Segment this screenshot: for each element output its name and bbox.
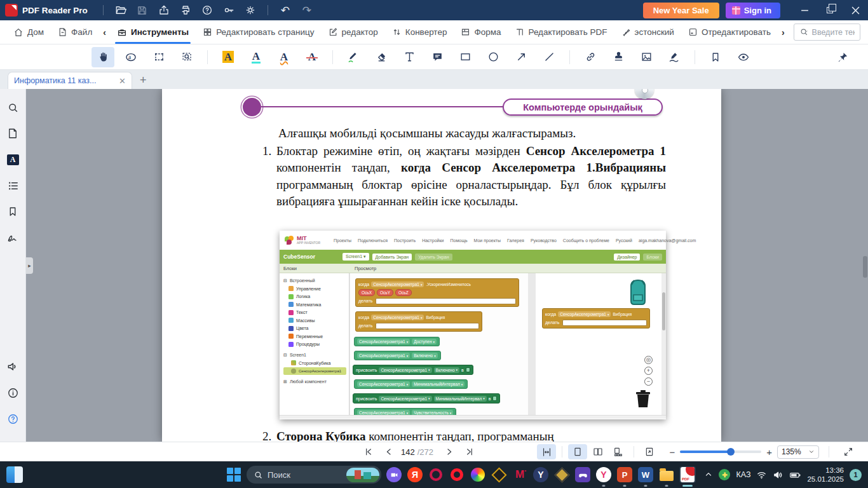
sidebar-read-aloud-button[interactable] — [3, 357, 22, 376]
open-file-button[interactable] — [110, 2, 132, 18]
comment-note-tool-button[interactable] — [426, 47, 449, 67]
block-when-vibration[interactable]: когдаСенсорАкселерометра1▾Вибрация делат… — [355, 311, 482, 332]
zoom-level-dropdown[interactable]: 135% — [777, 445, 819, 459]
zoom-out-button[interactable]: − — [669, 447, 675, 457]
tree-cat-lists[interactable]: Массивы — [283, 316, 349, 325]
current-page-number[interactable]: 142 — [400, 447, 416, 457]
restore-button[interactable] — [817, 0, 843, 20]
nav-editor[interactable]: редактор — [323, 20, 384, 44]
taskbar-search[interactable]: Поиск — [247, 466, 381, 484]
ai-menu-item[interactable]: Проекты — [334, 238, 351, 243]
nav-scroll-left-chevron[interactable]: ‹ — [100, 27, 109, 37]
nav-home[interactable]: Дом — [8, 20, 50, 44]
single-page-view-button[interactable] — [568, 444, 587, 459]
ai-menu-item[interactable]: Мои проекты — [474, 238, 501, 243]
search-input[interactable] — [812, 28, 855, 37]
block-get-sensitivity[interactable]: СенсорАкселерометра1▾Чувствительность▾ — [354, 408, 456, 415]
tree-screen1[interactable]: ⊟Screen1 — [283, 351, 349, 359]
ai-menu-item[interactable]: Построить — [394, 238, 416, 243]
tree-any-component[interactable]: ⊞Любой компонент — [283, 377, 349, 386]
previous-page-button[interactable] — [379, 444, 398, 459]
screen-selector-button[interactable]: Screen1 ▾ — [342, 253, 369, 261]
hidden-icons-chevron[interactable] — [704, 470, 713, 479]
tree-builtin[interactable]: ⊟Встроенный — [283, 276, 349, 285]
block-get-enabled[interactable]: СенсорАкселерометра1▾Включено▾ — [354, 351, 441, 360]
tree-comp-accelerometer[interactable]: СенсорАкселерометра1 — [283, 367, 346, 376]
block-get-min-interval[interactable]: СенсорАкселерометра1▾МинимальныйИнтервал… — [354, 379, 468, 389]
close-button[interactable] — [843, 0, 868, 20]
zoom-in-button[interactable]: + — [644, 367, 653, 375]
help-button[interactable] — [196, 2, 218, 18]
ellipse-tool-button[interactable] — [482, 47, 505, 67]
wifi-icon[interactable] — [756, 470, 767, 480]
document-viewport[interactable]: ▸ Компьютерде орындайық Алғашқы мобильді… — [26, 89, 868, 442]
first-page-button[interactable] — [359, 444, 378, 459]
sign-in-button[interactable]: Sign in — [726, 3, 780, 18]
eraser-tool-button[interactable] — [370, 47, 393, 67]
tab-close-icon[interactable]: ✕ — [119, 76, 126, 86]
password-key-button[interactable] — [218, 2, 240, 18]
blocks-view-button[interactable]: Блоки — [643, 254, 662, 261]
undo-button[interactable]: ↶ — [275, 2, 296, 18]
tree-cat-math[interactable]: Математика — [283, 301, 349, 309]
ai-menu-item[interactable]: Помощь — [451, 238, 468, 243]
view-eye-tool-button[interactable] — [732, 47, 755, 67]
opera-gx-app-icon[interactable] — [428, 466, 444, 483]
hand-tool-button[interactable] — [92, 47, 114, 67]
pdf-reader-pro-taskbar-icon[interactable] — [679, 466, 696, 483]
opera-app-icon[interactable] — [449, 466, 465, 483]
new-year-sale-button[interactable]: New Year Sale — [643, 3, 719, 18]
fullscreen-button[interactable] — [839, 444, 858, 459]
nav-scroll-right-chevron[interactable]: › — [779, 27, 787, 37]
trash-can-icon[interactable] — [635, 390, 651, 409]
tree-cat-control[interactable]: Управление — [283, 285, 349, 293]
powerpoint-app-icon[interactable]: P — [616, 466, 633, 483]
ai-menu-item[interactable]: Сообщить о проблеме — [563, 238, 609, 243]
freehand-pen-tool-button[interactable] — [342, 47, 365, 67]
yandex-app-icon[interactable]: Я — [407, 466, 423, 483]
next-page-button[interactable] — [440, 444, 459, 459]
antivirus-tray-icon[interactable]: ✚ — [719, 469, 730, 480]
rectangle-tool-button[interactable] — [454, 47, 477, 67]
link-tool-button[interactable] — [579, 47, 602, 67]
ai-menu-item[interactable]: Подключиться — [358, 238, 388, 243]
nav-converter[interactable]: Конвертер — [386, 20, 453, 44]
sidebar-annotations-button[interactable]: A — [3, 150, 22, 169]
minimize-button[interactable] — [792, 0, 817, 20]
notification-count-badge[interactable]: 1 — [850, 469, 862, 481]
marquee-select-tool-button[interactable] — [147, 47, 170, 67]
stamp-tool-button[interactable] — [607, 47, 630, 67]
zoom-area-tool-button[interactable] — [175, 47, 198, 67]
highlight-text-tool-button[interactable]: A — [217, 47, 240, 67]
sidebar-search-button[interactable] — [3, 98, 22, 117]
page-setup-button[interactable] — [640, 444, 659, 459]
tree-comp-cube-side[interactable]: СторонаКубика — [283, 359, 349, 367]
nav-file[interactable]: Файл — [52, 20, 98, 44]
sidebar-thumbnails-button[interactable] — [3, 124, 22, 143]
ai-menu-item[interactable]: Галерея — [507, 238, 524, 243]
canvas-horizontal-scrollbar[interactable] — [280, 415, 666, 419]
m-app-icon[interactable]: М̈ — [512, 466, 528, 483]
gold-shield-game-icon[interactable] — [553, 466, 570, 483]
canvas-vertical-scrollbar[interactable] — [661, 273, 666, 415]
nav-estonian[interactable]: эстонский — [616, 20, 680, 44]
squiggly-underline-tool-button[interactable]: A — [273, 47, 295, 67]
two-page-view-button[interactable] — [588, 444, 607, 459]
widgets-button[interactable] — [6, 466, 23, 483]
image-tool-button[interactable] — [635, 47, 658, 67]
y-navy-app-icon[interactable]: Y — [532, 466, 549, 483]
volume-icon[interactable] — [773, 470, 783, 480]
start-button[interactable] — [226, 466, 242, 483]
nav-form[interactable]: Форма — [455, 20, 506, 44]
add-screen-button[interactable]: Добавить Экран — [372, 254, 412, 261]
file-explorer-icon[interactable] — [658, 466, 675, 483]
continuous-view-button[interactable] — [609, 444, 628, 459]
browser-swirl-app-icon[interactable] — [470, 466, 486, 483]
ai-menu-item[interactable]: Русский — [616, 238, 632, 243]
world-of-tanks-app-icon[interactable] — [491, 466, 507, 483]
block-when-vibration-copy[interactable]: когдаСенсорАкселерометра1▾Вибрация делат… — [542, 308, 650, 329]
strikethrough-tool-button[interactable]: A — [301, 47, 323, 67]
bookmark-tool-button[interactable] — [704, 47, 727, 67]
word-app-icon[interactable]: W — [637, 466, 654, 483]
block-when-acceleration-changed[interactable]: когдаСенсорАкселерометра1▾.УскорениеИзме… — [355, 278, 519, 307]
